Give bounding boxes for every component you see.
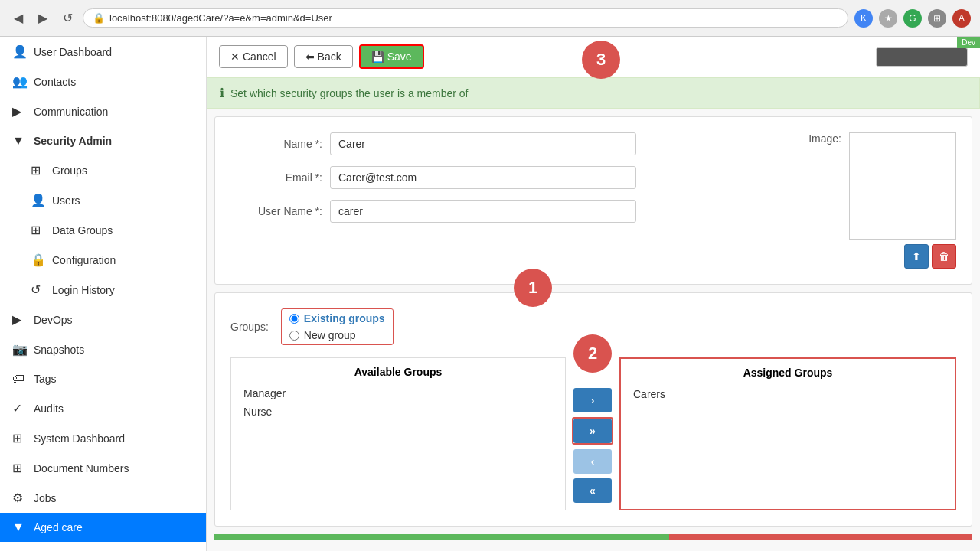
tags-icon: 🏷	[12, 372, 28, 386]
remove-all-btn[interactable]: «	[573, 478, 612, 503]
form-section: Name *: Email *: User Name *: Image:	[214, 116, 972, 285]
existing-groups-label: Existing groups	[304, 312, 385, 324]
cancel-label: Cancel	[243, 51, 276, 63]
lock-icon: 🔒	[93, 12, 105, 24]
available-groups-header: Available Groups	[239, 366, 557, 378]
snapshots-icon: 📷	[12, 342, 28, 357]
sidebar-label-tags: Tags	[34, 373, 57, 385]
browser-icon-2[interactable]: ★	[879, 9, 897, 28]
info-bar-message: Set which security groups the user is a …	[230, 87, 468, 99]
browser-icon-5[interactable]: A	[952, 9, 971, 28]
configuration-icon: 🔒	[31, 253, 46, 267]
top-right-controls	[876, 47, 968, 67]
image-upload-btn[interactable]: ⬆	[904, 244, 929, 269]
sidebar-item-contacts[interactable]: 👥 Contacts	[0, 67, 206, 96]
sidebar-item-groups[interactable]: ⊞ Groups	[0, 155, 206, 185]
sidebar-label-user-dashboard: User Dashboard	[34, 46, 112, 58]
groups-radio-row: Groups: Existing groups New group	[230, 308, 956, 345]
sidebar-item-audits[interactable]: ✓ Audits	[0, 393, 206, 423]
form-email-row: Email *:	[230, 166, 734, 189]
username-input[interactable]	[330, 200, 636, 223]
save-button[interactable]: 💾 Save	[359, 44, 424, 69]
communication-chevron-icon: ▶	[12, 104, 28, 119]
sidebar-label-data-groups: Data Groups	[52, 224, 113, 236]
back-label: Back	[318, 51, 341, 63]
main-content: ✕ Cancel ⬅ Back 💾 Save Dev 3 ℹ Set which…	[207, 37, 980, 551]
transfer-buttons: 2 › » ‹ «	[566, 357, 619, 510]
assigned-groups-list: Assigned Groups Carers	[619, 357, 956, 510]
sidebar-item-communication[interactable]: ▶ Communication	[0, 96, 206, 126]
name-label: Name *:	[230, 138, 322, 150]
existing-groups-radio[interactable]	[289, 314, 299, 324]
nav-back-btn[interactable]: ◀	[9, 9, 28, 28]
url-bar[interactable]: 🔒 localhost:8080/agedCare/?a=e&m=admin&d…	[83, 8, 848, 28]
bottom-progress-bar	[214, 534, 972, 540]
sidebar-label-system-dashboard: System Dashboard	[34, 432, 125, 445]
aged-care-icon: ▼	[12, 520, 28, 534]
image-delete-btn[interactable]: 🗑	[932, 244, 956, 269]
sidebar-item-snapshots[interactable]: 📷 Snapshots	[0, 334, 206, 364]
info-bar: ℹ Set which security groups the user is …	[207, 77, 980, 109]
sidebar-item-data-groups[interactable]: ⊞ Data Groups	[0, 215, 206, 245]
add-one-btn[interactable]: ›	[573, 388, 612, 412]
sidebar-item-aged-care[interactable]: ▼ Aged care	[0, 513, 206, 542]
system-dashboard-icon: ⊞	[12, 431, 28, 445]
sidebar-item-login-history[interactable]: ↺ Login History	[0, 275, 206, 305]
sidebar-item-document-numbers[interactable]: ⊞ Document Numbers	[0, 453, 206, 483]
sidebar-item-configuration[interactable]: 🔒 Configuration	[0, 245, 206, 275]
sidebar-label-communication: Communication	[34, 106, 108, 118]
available-groups-list: Available Groups Manager Nurse	[230, 357, 566, 510]
sidebar-item-jobs[interactable]: ⚙ Jobs	[0, 483, 206, 513]
browser-icons: K ★ G ⊞ A	[854, 9, 971, 28]
sidebar-item-security-admin[interactable]: ▼ Security Admin	[0, 126, 206, 155]
sidebar-label-aged-care: Aged care	[34, 521, 83, 533]
cancel-button[interactable]: ✕ Cancel	[219, 45, 288, 68]
browser-icon-4[interactable]: ⊞	[928, 9, 946, 28]
sidebar-item-system-dashboard[interactable]: ⊞ System Dashboard	[0, 423, 206, 453]
data-groups-icon: ⊞	[31, 223, 46, 237]
sidebar-item-devops[interactable]: ▶ DevOps	[0, 305, 206, 334]
sidebar-label-snapshots: Snapshots	[34, 344, 84, 356]
sidebar-label-jobs: Jobs	[34, 492, 57, 504]
app-container: 👤 User Dashboard 👥 Contacts ▶ Communicat…	[0, 37, 980, 551]
sidebar-item-users[interactable]: 👤 Users	[0, 185, 206, 215]
browser-icon-1[interactable]: K	[854, 9, 873, 28]
contacts-icon: 👥	[12, 74, 28, 89]
users-icon: 👤	[31, 193, 46, 207]
sidebar: 👤 User Dashboard 👥 Contacts ▶ Communicat…	[0, 37, 207, 551]
annotation-3: 3	[582, 41, 620, 79]
security-admin-icon: ▼	[12, 134, 28, 148]
groups-icon: ⊞	[31, 163, 46, 178]
sidebar-label-audits: Audits	[34, 403, 64, 415]
form-username-row: User Name *:	[230, 200, 734, 223]
browser-icon-3[interactable]: G	[903, 9, 922, 28]
new-group-option[interactable]: New group	[289, 329, 385, 341]
email-label: Email *:	[230, 171, 322, 184]
email-input[interactable]	[330, 166, 636, 189]
save-label: Save	[387, 51, 412, 63]
name-input[interactable]	[330, 132, 636, 155]
new-group-radio[interactable]	[289, 331, 299, 341]
remove-one-btn[interactable]: ‹	[573, 449, 612, 474]
group-item-carers[interactable]: Carers	[629, 385, 947, 403]
nav-reload-btn[interactable]: ↺	[58, 9, 77, 28]
add-all-btn[interactable]: »	[573, 419, 612, 443]
url-text: localhost:8080/agedCare/?a=e&m=admin&d=U…	[109, 12, 332, 24]
top-search-input[interactable]	[876, 47, 968, 67]
back-button[interactable]: ⬅ Back	[294, 45, 353, 68]
save-icon: 💾	[371, 51, 384, 63]
groups-section: Groups: Existing groups New group Availa…	[214, 292, 972, 527]
groups-label: Groups:	[230, 321, 269, 333]
sidebar-label-configuration: Configuration	[52, 254, 116, 266]
group-item-nurse[interactable]: Nurse	[239, 403, 557, 421]
nav-forward-btn[interactable]: ▶	[34, 9, 52, 28]
sidebar-label-users: Users	[52, 194, 80, 207]
user-dashboard-icon: 👤	[12, 44, 28, 59]
login-history-icon: ↺	[31, 282, 46, 297]
group-item-manager[interactable]: Manager	[239, 384, 557, 403]
sidebar-item-user-dashboard[interactable]: 👤 User Dashboard	[0, 37, 206, 67]
sidebar-item-tags[interactable]: 🏷 Tags	[0, 364, 206, 393]
existing-groups-option[interactable]: Existing groups	[289, 312, 385, 324]
assigned-groups-header: Assigned Groups	[629, 367, 947, 379]
document-numbers-icon: ⊞	[12, 461, 28, 475]
